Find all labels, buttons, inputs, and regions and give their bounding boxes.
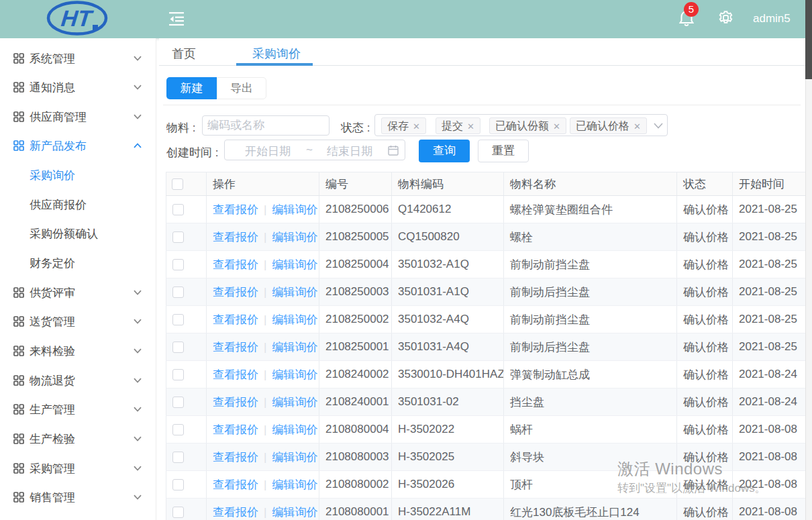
svg-text:HT: HT: [60, 5, 95, 31]
